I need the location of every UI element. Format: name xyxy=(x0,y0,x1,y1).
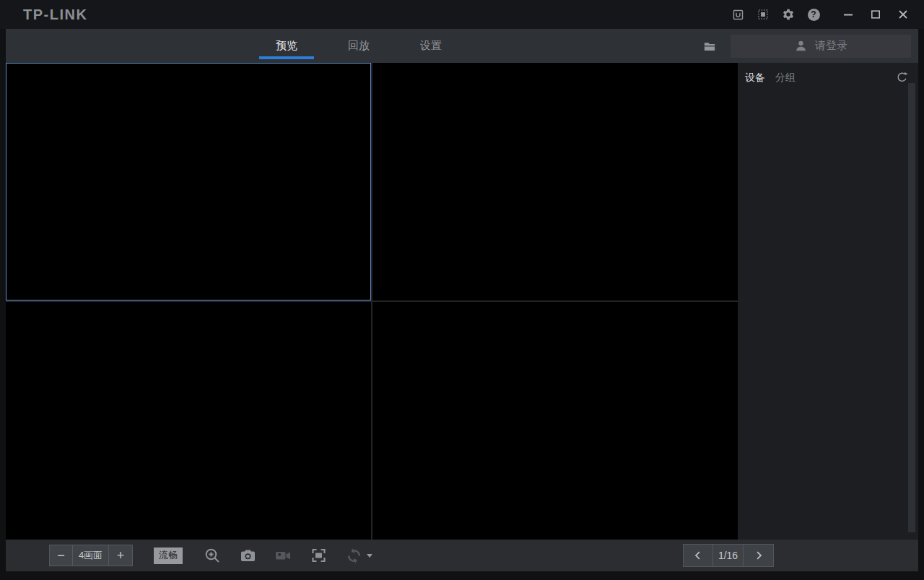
refresh-icon[interactable] xyxy=(895,71,909,85)
tab-preview-label: 预览 xyxy=(276,39,297,53)
tab-playback-label: 回放 xyxy=(348,39,370,53)
main-tabs: 预览 回放 设置 xyxy=(258,29,460,63)
chip-icon[interactable] xyxy=(755,7,771,22)
side-panel-header: 设备 分组 xyxy=(738,63,918,85)
snapshot-camera-icon[interactable] xyxy=(238,546,257,565)
panel-tab-groups[interactable]: 分组 xyxy=(775,72,796,85)
rotate-icon[interactable] xyxy=(344,546,363,565)
login-button[interactable]: 请登录 xyxy=(731,35,911,58)
page-navigation: 1/16 xyxy=(683,544,774,567)
content-area: 设备 分组 xyxy=(6,63,918,540)
login-label: 请登录 xyxy=(815,39,847,53)
minimize-button[interactable] xyxy=(840,7,856,22)
rotate-control xyxy=(344,546,372,565)
tab-preview[interactable]: 预览 xyxy=(258,29,315,63)
decrease-grid-button[interactable]: − xyxy=(49,545,73,566)
device-list-scrollbar[interactable] xyxy=(908,83,915,532)
grid-layout-label[interactable]: 4画面 xyxy=(73,545,109,566)
page-indicator: 1/16 xyxy=(713,544,744,567)
video-pane-4[interactable] xyxy=(372,302,738,540)
tab-settings-label: 设置 xyxy=(420,39,442,53)
navbar: 预览 回放 设置 请登录 xyxy=(6,29,918,63)
titlebar-icons: ? xyxy=(730,7,821,22)
user-icon xyxy=(794,39,808,53)
stream-quality-button[interactable]: 流畅 xyxy=(154,547,183,564)
increase-grid-button[interactable]: + xyxy=(109,545,133,566)
video-grid xyxy=(6,63,738,540)
scrollbar-thumb[interactable] xyxy=(908,83,915,532)
panel-tab-groups-label: 分组 xyxy=(775,72,796,83)
bottom-toolbar: − 4画面 + 流畅 xyxy=(6,540,918,571)
device-side-panel: 设备 分组 xyxy=(738,63,918,540)
gear-icon[interactable] xyxy=(780,7,796,22)
grid-layout-control: − 4画面 + xyxy=(49,545,133,566)
window-controls xyxy=(840,7,911,22)
zoom-in-icon[interactable] xyxy=(203,546,222,565)
tab-settings[interactable]: 设置 xyxy=(402,29,460,63)
next-page-button[interactable] xyxy=(744,544,774,567)
tab-playback[interactable]: 回放 xyxy=(330,29,388,63)
titlebar: TP-LINK ? xyxy=(0,0,924,29)
video-pane-2[interactable] xyxy=(372,63,738,300)
video-pane-1[interactable] xyxy=(6,63,371,300)
rotate-dropdown-caret[interactable] xyxy=(367,554,372,558)
tplink-logo: TP-LINK xyxy=(23,7,87,23)
disk-icon[interactable] xyxy=(730,7,746,22)
record-video-icon[interactable] xyxy=(274,546,292,565)
panel-tab-devices[interactable]: 设备 xyxy=(745,72,765,85)
help-glyph: ? xyxy=(808,9,820,21)
fullscreen-icon[interactable] xyxy=(309,546,328,565)
video-pane-3[interactable] xyxy=(6,302,371,540)
folder-icon[interactable] xyxy=(702,40,717,53)
maximize-button[interactable] xyxy=(868,7,884,22)
panel-tab-devices-label: 设备 xyxy=(745,72,765,83)
prev-page-button[interactable] xyxy=(683,544,713,567)
close-button[interactable] xyxy=(895,7,911,22)
help-icon[interactable]: ? xyxy=(806,7,821,22)
navbar-right: 请登录 xyxy=(702,29,911,63)
